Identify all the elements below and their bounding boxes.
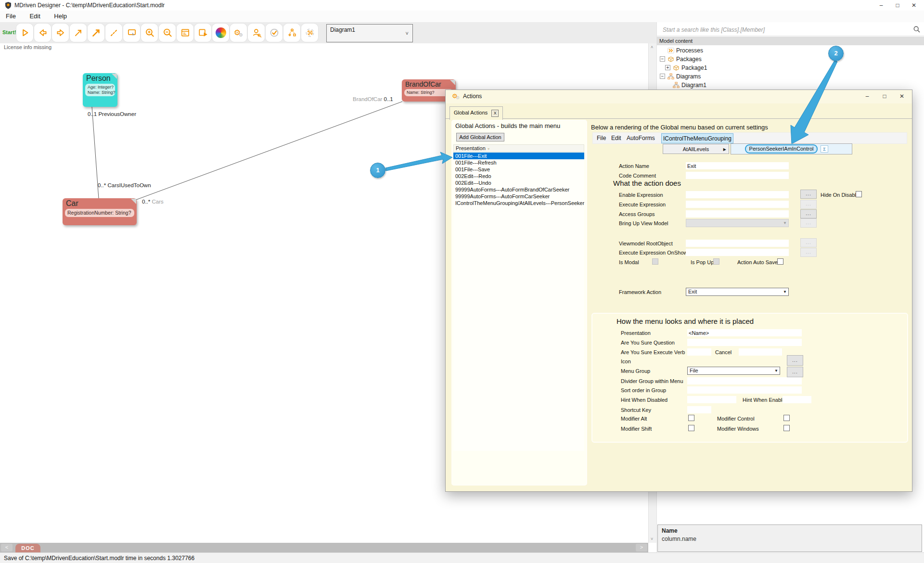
- scroll-right-icon[interactable]: >: [636, 544, 647, 551]
- menu-edit[interactable]: Edit: [24, 11, 46, 22]
- list-item[interactable]: IControlTheMenuGrouping/AtAllLevels---Pe…: [453, 200, 584, 206]
- close-button[interactable]: ✕: [906, 0, 922, 11]
- property-name-value[interactable]: column.name: [662, 536, 696, 542]
- list-item[interactable]: 001File---Refresh: [453, 159, 584, 166]
- doc-tab[interactable]: DOC: [15, 544, 40, 552]
- execute-expression-input[interactable]: [686, 201, 789, 208]
- menu-group-dropdown[interactable]: File ▼: [687, 367, 780, 375]
- validate-button[interactable]: [266, 24, 282, 42]
- tree-item-packages[interactable]: − Packages: [657, 55, 924, 64]
- list-item[interactable]: 002Edit---Undo: [453, 179, 584, 186]
- rendered-submenu-atalllevels[interactable]: AtAllLevels ▶: [663, 144, 729, 154]
- presentation-input[interactable]: [687, 329, 802, 336]
- access-groups-input[interactable]: [686, 210, 789, 218]
- tree-item-processes[interactable]: Processes: [657, 46, 924, 55]
- zoom-in-button[interactable]: [141, 24, 158, 42]
- list-item[interactable]: 001File---Exit: [453, 153, 584, 159]
- rendered-menu-file[interactable]: File: [597, 135, 606, 141]
- maximize-button[interactable]: □: [889, 0, 906, 11]
- rendered-menu-edit[interactable]: Edit: [611, 135, 621, 141]
- tree-structure-button[interactable]: [283, 24, 300, 42]
- are-you-sure-question-input[interactable]: [687, 339, 802, 346]
- bring-up-view-model-dropdown[interactable]: ▼: [686, 219, 789, 227]
- modifier-shift-checkbox[interactable]: [688, 425, 694, 431]
- tree-item-diagrams[interactable]: − Diagrams: [657, 72, 924, 81]
- list-item[interactable]: 99999AutoForms---AutoFormCarSeeker: [453, 193, 584, 200]
- scroll-left-icon[interactable]: <: [1, 544, 13, 551]
- dialog-minimize-button[interactable]: –: [860, 91, 874, 101]
- expand-toggle[interactable]: +: [665, 65, 670, 70]
- draw-link-button[interactable]: [88, 24, 104, 42]
- class-person[interactable]: Person Age: Integer? Name: String?: [83, 73, 117, 107]
- dialog-maximize-button[interactable]: □: [877, 91, 892, 101]
- dialog-close-button[interactable]: ✕: [895, 91, 909, 101]
- list-item[interactable]: 001File---Save: [453, 166, 584, 173]
- scroll-down-icon[interactable]: ˅: [651, 537, 653, 541]
- select-area-button[interactable]: [123, 24, 140, 42]
- forward-button[interactable]: [52, 24, 69, 42]
- colors-button[interactable]: [212, 24, 229, 42]
- is-modal-checkbox[interactable]: [652, 258, 658, 265]
- enable-expression-input[interactable]: [686, 191, 789, 198]
- scroll-up-icon[interactable]: ˄: [651, 45, 653, 50]
- enable-expression-ellipsis-button[interactable]: ...: [800, 190, 817, 199]
- modifier-control-checkbox[interactable]: [783, 415, 790, 421]
- action-auto-saves-checkbox[interactable]: [777, 258, 783, 265]
- start-label[interactable]: Start!: [2, 29, 16, 35]
- execute-expression-onshow-ellipsis-button[interactable]: ...: [800, 248, 817, 257]
- rendered-item-personseekeriamincontrol[interactable]: PersonSeekerIAmInControl: [745, 144, 818, 154]
- rendered-menu-icontrolthemenugrouping[interactable]: IControlTheMenuGrouping: [661, 133, 733, 143]
- hint-when-disabled-input[interactable]: [687, 396, 736, 403]
- draw-association-button[interactable]: [70, 24, 87, 42]
- hint-when-enabled-input[interactable]: [783, 396, 811, 403]
- shortcut-key-input[interactable]: [687, 406, 711, 413]
- dashed-line-button[interactable]: [105, 24, 122, 42]
- horizontal-scrollbar[interactable]: < DOC >: [0, 543, 648, 552]
- zoom-out-button[interactable]: [159, 24, 176, 42]
- run-button[interactable]: [16, 24, 33, 42]
- access-groups-ellipsis-button[interactable]: ...: [800, 209, 817, 218]
- minimize-button[interactable]: –: [873, 0, 889, 11]
- autoform-button[interactable]: [177, 24, 193, 42]
- icon-ellipsis-button[interactable]: ...: [787, 355, 803, 366]
- presentation-column-header[interactable]: Presentation▼: [453, 144, 584, 152]
- viewmodel-rootobject-input[interactable]: [686, 240, 789, 247]
- tab-global-actions[interactable]: Global ActionsX: [449, 106, 503, 120]
- search-icon[interactable]: [913, 26, 921, 33]
- execute-expression-ellipsis-button[interactable]: ...: [800, 200, 817, 209]
- tab-close-icon[interactable]: X: [491, 110, 499, 117]
- action-name-input[interactable]: [686, 162, 789, 169]
- is-pop-up-checkbox[interactable]: [713, 258, 719, 265]
- are-you-sure-execute-verb-input[interactable]: [687, 348, 711, 356]
- list-item[interactable]: 002Edit---Redo: [453, 173, 584, 179]
- cancel-verb-input[interactable]: [739, 348, 782, 356]
- collapse-toggle[interactable]: −: [660, 56, 665, 62]
- diagram-selector[interactable]: Diagram1 ˅: [326, 24, 413, 42]
- divider-group-input[interactable]: [687, 377, 802, 384]
- pattern-button[interactable]: [301, 24, 318, 42]
- menu-file[interactable]: File: [0, 11, 22, 22]
- collapse-toggle[interactable]: −: [660, 74, 665, 79]
- tree-item-package1[interactable]: + Package1: [657, 64, 924, 72]
- search-input[interactable]: [662, 25, 904, 35]
- rendered-menu-autoforms[interactable]: AutoForms: [627, 135, 655, 141]
- code-comment-input[interactable]: [686, 172, 789, 179]
- bring-up-view-model-ellipsis-button[interactable]: ...: [800, 218, 817, 228]
- modifier-alt-checkbox[interactable]: [688, 415, 694, 421]
- settings-button[interactable]: ⚙⚙: [230, 24, 247, 42]
- framework-action-dropdown[interactable]: Exit ▼: [686, 288, 789, 296]
- list-item[interactable]: 99999AutoForms---AutoFormBrandOfCarSeeke…: [453, 186, 584, 193]
- tree-item-diagram1[interactable]: Diagram1: [657, 81, 924, 90]
- back-button[interactable]: [34, 24, 51, 42]
- run-autoform-button[interactable]: [194, 24, 211, 42]
- menu-group-ellipsis-button[interactable]: ...: [787, 367, 803, 377]
- class-car[interactable]: Car RegistrationNumber: String?: [63, 198, 137, 225]
- chevron-down-icon[interactable]: ˅: [406, 30, 409, 36]
- execute-expression-onshow-input[interactable]: [686, 249, 789, 256]
- sort-order-input[interactable]: [687, 386, 802, 394]
- add-global-action-button[interactable]: Add Global Action: [456, 133, 504, 141]
- hide-on-disable-checkbox[interactable]: [856, 191, 862, 197]
- access-groups-button[interactable]: [248, 24, 265, 42]
- viewmodel-rootobject-ellipsis-button[interactable]: ...: [800, 238, 817, 247]
- menu-help[interactable]: Help: [48, 11, 73, 22]
